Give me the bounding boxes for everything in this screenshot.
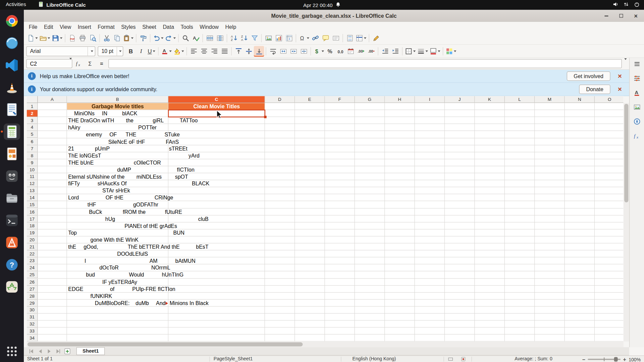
freeze-rows-and-columns-button[interactable]	[355, 33, 367, 44]
justified-button[interactable]	[219, 46, 230, 57]
horizontal-scrollbar-thumb[interactable]	[28, 342, 303, 346]
align-center-button[interactable]	[199, 46, 209, 57]
column-header-C[interactable]: C	[168, 96, 265, 103]
sort-descending-button[interactable]: ZA	[239, 33, 250, 44]
activities-button[interactable]: Activities	[6, 2, 26, 7]
clone-formatting-button[interactable]	[138, 33, 148, 44]
row-header-5[interactable]: 5	[27, 131, 38, 138]
terminal-icon[interactable]	[4, 212, 20, 229]
navigator-button[interactable]	[632, 117, 642, 127]
row-header-2[interactable]: 2	[27, 110, 38, 117]
menu-data[interactable]: Data	[160, 22, 177, 31]
row-header-26[interactable]: 26	[27, 279, 38, 286]
vertical-scrollbar-thumb[interactable]	[624, 104, 628, 202]
print-button[interactable]	[77, 33, 88, 44]
row-header-27[interactable]: 27	[27, 286, 38, 293]
format-as-number-button[interactable]: 0.0	[335, 46, 345, 57]
center-vertically-button[interactable]	[244, 46, 254, 57]
redo-button[interactable]	[164, 33, 177, 44]
column-header-B[interactable]: B	[67, 96, 168, 103]
cell-B15[interactable]: tHF gODFAThr	[68, 202, 158, 208]
row-header-23[interactable]: 23	[27, 257, 38, 264]
menu-styles[interactable]: Styles	[118, 22, 139, 31]
properties-button[interactable]	[632, 74, 642, 84]
row-header-32[interactable]: 32	[27, 320, 38, 327]
previous-sheet-button[interactable]	[36, 348, 44, 355]
insert-pivot-table-button[interactable]: Σ	[284, 33, 294, 44]
row-header-10[interactable]: 10	[27, 166, 38, 173]
close-infobar-icon[interactable]: ×	[614, 86, 625, 93]
align-right-button[interactable]	[209, 46, 219, 57]
firefox-icon[interactable]	[4, 35, 20, 51]
language-label[interactable]: English (Hong Kong)	[353, 356, 396, 361]
highlighting-color-button[interactable]	[172, 46, 185, 57]
zoom-in-button[interactable]: +	[623, 356, 626, 362]
column-header-H[interactable]: H	[385, 96, 415, 103]
menu-window[interactable]: Window	[197, 22, 222, 31]
gallery-button[interactable]	[632, 103, 642, 113]
cell-B28[interactable]: fUNKIRK	[68, 293, 112, 299]
close-button[interactable]: ×	[632, 12, 640, 20]
sheet-cells-area[interactable]: Garbage Movie titlesClean Movie Titles M…	[38, 103, 624, 341]
cell-B26[interactable]: IF yEsTERdAy	[68, 279, 137, 285]
libreoffice-calc-icon[interactable]	[4, 124, 20, 140]
row-header-33[interactable]: 33	[27, 327, 38, 335]
column-header-I[interactable]: I	[415, 96, 445, 103]
format-as-currency-button[interactable]: $	[313, 46, 325, 57]
cell-B1[interactable]: Garbage Movie titles	[67, 103, 168, 110]
ubuntu-software-icon[interactable]	[4, 234, 20, 251]
font-name-dropdown-icon[interactable]	[88, 47, 95, 56]
row-header-17[interactable]: 17	[27, 215, 38, 222]
delete-decimal-place-button[interactable]: .00	[366, 46, 376, 57]
copy-button[interactable]	[112, 33, 122, 44]
menu-format[interactable]: Format	[94, 22, 118, 31]
cell-C29[interactable]: Minions In Black	[170, 300, 209, 306]
insert-special-character-button[interactable]: Ω	[298, 33, 310, 44]
cell-B14[interactable]: Lord OF tHE CRiNge	[68, 195, 173, 201]
trash-icon[interactable]	[4, 279, 20, 295]
menu-file[interactable]: File	[25, 22, 41, 31]
cell-B24[interactable]: dOcToR NOrrmL	[68, 265, 170, 271]
cell-B10[interactable]: duMP fICTIon	[68, 167, 195, 173]
row-header-11[interactable]: 11	[27, 173, 38, 180]
column-header-G[interactable]: G	[355, 96, 385, 103]
insert-mode-icon[interactable]	[448, 356, 453, 362]
row-header-3[interactable]: 3	[27, 117, 38, 124]
last-sheet-button[interactable]	[54, 348, 62, 355]
functions-button[interactable]: fx	[632, 132, 642, 141]
insert-comment-button[interactable]	[320, 33, 331, 44]
menu-sheet[interactable]: Sheet	[139, 22, 159, 31]
sort-ascending-button[interactable]: AZ	[229, 33, 239, 44]
minimize-button[interactable]	[602, 12, 610, 20]
menu-view[interactable]: View	[56, 22, 74, 31]
row-header-7[interactable]: 7	[27, 145, 38, 152]
font-size-dropdown-icon[interactable]	[117, 47, 123, 56]
cell-B19[interactable]: Top BUN	[68, 230, 184, 236]
select-function-button[interactable]: Σ	[86, 59, 95, 68]
menu-tools[interactable]: Tools	[177, 22, 197, 31]
autofilter-button[interactable]	[249, 33, 260, 44]
menu-edit[interactable]: Edit	[41, 22, 56, 31]
menu-insert[interactable]: Insert	[74, 22, 94, 31]
align-left-button[interactable]	[189, 46, 199, 57]
row-header-18[interactable]: 18	[27, 222, 38, 229]
bold-button[interactable]: B	[126, 46, 136, 57]
insert-text-box-button[interactable]	[331, 33, 341, 44]
sheet-tab-sheet1[interactable]: Sheet1	[76, 347, 105, 355]
row-button[interactable]	[205, 33, 215, 44]
chrome-icon[interactable]	[4, 13, 20, 29]
row-header-21[interactable]: 21	[27, 243, 38, 250]
expand-formula-bar-icon[interactable]	[624, 60, 627, 67]
undo-button[interactable]	[152, 33, 164, 44]
cell-B4[interactable]: hAiry POTTer	[68, 125, 157, 131]
column-header-A[interactable]: A	[38, 96, 67, 103]
row-header-13[interactable]: 13	[27, 187, 38, 194]
formula-input-line[interactable]	[108, 59, 622, 68]
cell-B5[interactable]: enemy OF THE STuke	[68, 132, 180, 138]
column-header-K[interactable]: K	[475, 96, 505, 103]
cell-B11[interactable]: Eternal sUNshine of the miNDLEss spOT	[68, 174, 188, 180]
format-as-date-button[interactable]	[345, 46, 356, 57]
cell-B27[interactable]: EDGE of PUlp-FRE fICTIon	[68, 286, 175, 292]
open-button[interactable]	[39, 33, 51, 44]
format-as-percent-button[interactable]: %	[325, 46, 335, 57]
